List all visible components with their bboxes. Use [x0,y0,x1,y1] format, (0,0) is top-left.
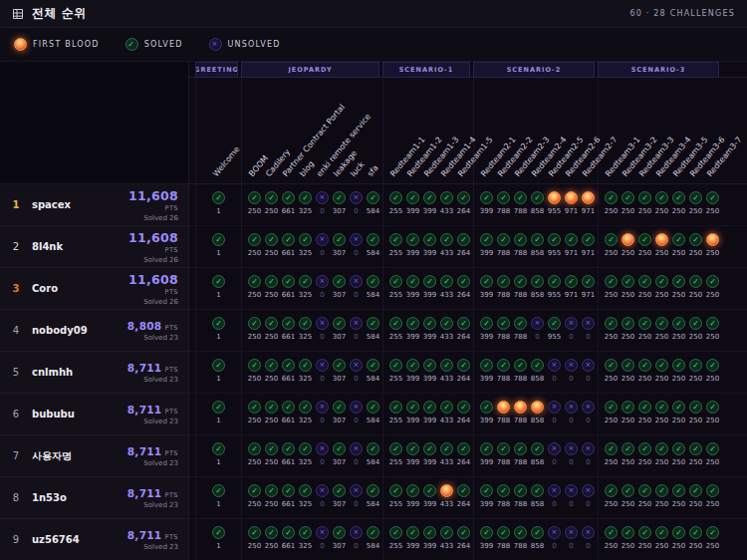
challenge-cell: ✓1 [210,435,227,476]
solved-icon: ✓ [514,233,527,246]
cell-value: 0 [320,417,324,424]
challenge-cell: ✓788 [495,477,512,518]
team-score-row: ✓1✓250✓250✓661✓325×0✓307×0✓584✓255✓399✓3… [189,268,747,310]
unsolved-icon: × [316,442,329,455]
unsolved-icon: × [350,442,363,455]
solved-icon: ✓ [248,275,261,288]
challenge-cell: ×0 [314,435,331,476]
cell-value: 307 [333,249,346,257]
cell-value: 661 [282,500,295,508]
score-group-scenario-2: ✓399✓788✓788✓858×0×0×0 [473,477,598,518]
unsolved-icon: × [316,317,329,330]
cell-value: 858 [531,500,544,508]
team-row[interactable]: 7사용자명8,711PTSSolved 23 [0,435,188,477]
score-group-scenario-2: ✓399✓788✓788✓858955971971 [473,184,598,225]
score-group-greeting: ✓1 [195,268,241,309]
challenge-column: Redteam2-5 [546,78,563,183]
solved-icon: ✓ [480,191,493,204]
challenge-cell: 250 [704,226,721,267]
team-row[interactable]: 5cnlmhh8,711PTSSolved 23 [0,352,188,394]
cell-value: 250 [672,458,685,466]
team-rank: 9 [6,534,26,545]
solved-icon: ✓ [389,401,402,414]
team-row[interactable]: 6bububu8,711PTSSolved 23 [0,394,188,435]
solved-icon: ✓ [265,526,278,539]
challenge-column: Redteam1-3 [421,78,438,183]
cell-value: 0 [354,375,358,383]
challenge-cell: ✓307 [331,477,348,518]
unsolved-icon: × [316,526,329,539]
unsolved-icon: × [350,317,363,330]
challenge-cell: ×0 [348,268,365,309]
solved-icon: ✓ [638,442,651,455]
team-score-block: 8,711PTSSolved 23 [127,362,178,384]
solved-icon: ✓ [406,442,419,455]
score-group-scenario-3: ✓250✓250✓250✓250✓250✓250✓250 [598,184,722,225]
cell-value: 661 [282,375,295,383]
cell-value: 264 [457,333,470,341]
cell-value: 250 [605,458,618,466]
cell-value: 250 [248,207,261,215]
score-group-jeopardy: ✓250✓250✓661✓325×0✓307×0✓584 [241,519,382,560]
solved-icon: ✓ [333,442,346,455]
challenge-cell: ✓788 [512,477,529,518]
challenge-cell: ✓399 [404,519,421,560]
cell-value: 399 [406,207,419,215]
solved-icon: ✓ [565,275,578,288]
team-row[interactable]: 81n53o8,711PTSSolved 23 [0,477,188,519]
challenge-cell: ×0 [546,519,563,560]
category-label: JEOPARDY [241,62,379,78]
challenge-cell: ✓661 [280,184,297,225]
cell-value: 0 [354,207,358,215]
cell-value: 250 [265,500,278,508]
pts-unit-label: PTS [164,408,178,416]
cell-value: 955 [548,291,561,299]
score-group-greeting: ✓1 [195,184,241,225]
cell-value: 788 [497,458,510,466]
solved-icon: ✓ [406,401,419,414]
solved-icon: ✓ [605,317,618,330]
solved-icon: ✓ [531,275,544,288]
challenge-cell: ×0 [580,310,597,351]
solved-icon: ✓ [299,191,312,204]
category-header-scenario-1: SCENARIO-1 [382,62,473,78]
page-title: 전체 순위 [32,5,87,22]
cell-value: 858 [531,542,544,550]
challenge-cell: ×0 [314,352,331,393]
team-name: bububu [32,409,127,420]
cell-value: 250 [706,291,719,299]
team-name: spacex [32,199,128,210]
cell-value: 971 [582,291,595,299]
team-row[interactable]: 9uz567648,711PTSSolved 23 [0,519,188,560]
solved-icon: ✓ [367,401,379,414]
team-row[interactable]: 28l4nk11,608PTSSolved 26 [0,226,188,268]
challenge-cell: ✓250 [620,268,636,309]
solved-icon: ✓ [655,317,668,330]
team-row[interactable]: 4nobody098,808PTSSolved 23 [0,310,188,352]
challenge-cell: ✓399 [404,268,421,309]
solved-icon: ✓ [125,38,138,51]
solved-icon: ✓ [622,317,634,330]
points-line: 8,711PTS [127,445,178,457]
challenge-cell: ✓858 [529,268,546,309]
challenge-cell: ✓858 [529,519,546,560]
solved-icon: ✓ [299,359,312,372]
cell-value: 788 [514,417,527,424]
challenge-cell: ✓399 [478,310,495,351]
challenge-cell: ✓255 [387,477,404,518]
cell-value: 399 [406,291,419,299]
solved-icon: ✓ [406,359,419,372]
unsolved-icon: × [209,38,222,51]
challenge-cell: ✓1 [210,310,227,351]
legend-first-blood-label: FIRST BLOOD [33,40,100,49]
grid-menu-icon[interactable] [12,8,24,20]
cell-value: 399 [406,500,419,508]
cell-value: 584 [367,333,379,341]
solved-icon: ✓ [389,317,402,330]
team-row[interactable]: 3Coro11,608PTSSolved 26 [0,268,188,310]
solved-icon: ✓ [514,359,527,372]
cell-value: 325 [299,249,312,257]
team-row[interactable]: 1spacex11,608PTSSolved 26 [0,184,188,226]
challenge-column: Redteam2-3 [512,78,529,183]
first-blood-icon [655,233,668,246]
